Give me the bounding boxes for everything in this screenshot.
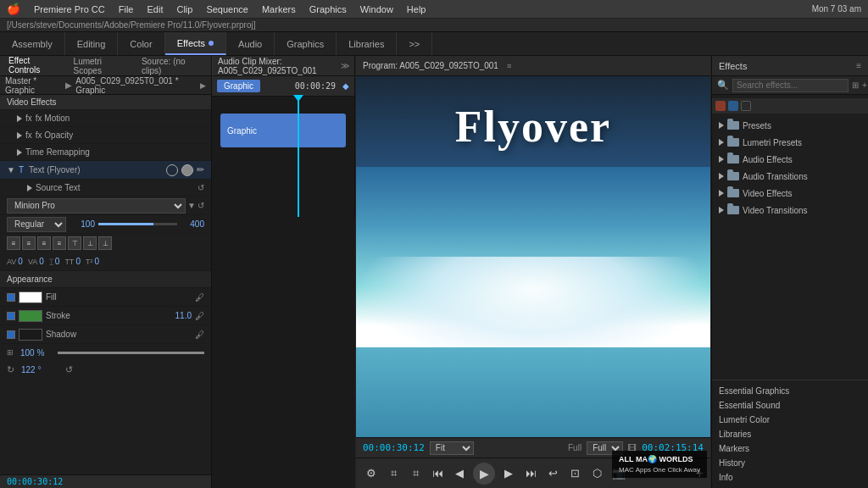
monitor-btn-export[interactable]: ⬡	[588, 465, 605, 482]
fill-checkbox[interactable]	[7, 293, 15, 302]
tracking-value[interactable]: 400	[181, 219, 204, 229]
monitor-btn-loop[interactable]: ↩	[544, 465, 561, 482]
tab-color[interactable]: Color	[118, 32, 164, 55]
menu-premiere[interactable]: Premiere Pro CC	[29, 3, 110, 16]
menu-window[interactable]: Window	[355, 3, 398, 16]
align-bottom-btn[interactable]: ⊥	[98, 236, 112, 250]
shadow-color-swatch[interactable]	[19, 329, 42, 341]
color-dot-blue[interactable]	[728, 101, 738, 111]
align-justify-btn[interactable]: ≡	[53, 236, 66, 250]
shadow-checkbox[interactable]	[7, 330, 15, 339]
fill-row: Fill 🖋	[0, 288, 211, 307]
effect-cat-audio-effects[interactable]: Audio Effects	[712, 151, 868, 168]
font-size-slider[interactable]	[98, 223, 177, 225]
menu-help[interactable]: Help	[402, 3, 431, 16]
panel-header-left: Effect Controls Lumetri Scopes Source: (…	[0, 56, 211, 76]
tab-more[interactable]: >>	[397, 32, 432, 55]
font-style-select[interactable]: Regular	[7, 217, 66, 232]
color-dot-red[interactable]	[715, 101, 726, 111]
tab-lumetri[interactable]: Lumetri Scopes	[70, 55, 131, 77]
color-dot-black[interactable]	[741, 101, 751, 111]
effects-tab-indicator	[209, 41, 214, 46]
shadow-eyedropper[interactable]: 🖋	[195, 330, 204, 340]
menu-clip[interactable]: Clip	[171, 3, 198, 16]
font-reset[interactable]: ↺	[198, 201, 204, 210]
tab-effect-controls[interactable]: Effect Controls	[5, 54, 64, 77]
fx-time-remapping-row[interactable]: Time Remapping	[0, 144, 211, 161]
menu-markers[interactable]: Markers	[257, 3, 301, 16]
tab-source[interactable]: Source: (no clips)	[138, 55, 206, 77]
align-vcenter-btn[interactable]: ⊥	[83, 236, 97, 250]
tab-editing[interactable]: Editing	[65, 32, 119, 55]
scale-slider[interactable]	[58, 352, 204, 354]
monitor-btn-mark-out[interactable]: ⌗	[407, 465, 424, 482]
align-right-btn[interactable]: ≡	[37, 236, 51, 250]
essential-graphics-item[interactable]: Essential Graphics	[719, 384, 861, 398]
monitor-btn-fwd-frame[interactable]: ▶	[500, 465, 517, 482]
tab-libraries[interactable]: Libraries	[337, 32, 397, 55]
reset-rotation-icon[interactable]: ↺	[65, 364, 73, 375]
effect-cat-video-effects[interactable]: Video Effects	[712, 185, 868, 202]
path-bar: [/Users/steve/Documents/Adobe/Premiere P…	[0, 19, 868, 32]
playhead-marker	[293, 95, 303, 102]
monitor-btn-step-back[interactable]: ⏮	[429, 465, 446, 482]
info-item[interactable]: Info	[719, 470, 861, 485]
fit-selector[interactable]: Fit 25% 50% 100%	[430, 441, 474, 455]
effect-cat-video-transitions[interactable]: Video Transitions	[712, 202, 868, 219]
fx-motion-row[interactable]: fx fx Motion	[0, 110, 211, 127]
fill-color-swatch[interactable]	[19, 291, 42, 303]
effects-menu-icon[interactable]: ≡	[856, 61, 861, 70]
graphic-panel-header: Graphic 00:00:29 ◆	[212, 76, 354, 97]
menu-time: Mon 7 03 am	[812, 4, 861, 14]
source-text-row[interactable]: Source Text ↺	[0, 180, 211, 197]
align-left-btn[interactable]: ≡	[7, 236, 20, 250]
audio-mixer-expand[interactable]: ≫	[341, 61, 349, 70]
pen-icon[interactable]: ✏	[197, 164, 204, 176]
effects-panel: Effects ≡ 🔍 ⊞ + Presets Lumetri Prese	[711, 56, 868, 488]
font-name-select[interactable]: Minion Pro	[7, 198, 186, 214]
text-flyover-row[interactable]: ▼ T Text (Flyover) ✏	[0, 161, 211, 180]
essential-sound-item[interactable]: Essential Sound	[719, 398, 861, 413]
font-size-value[interactable]: 100	[71, 219, 95, 229]
menu-graphics[interactable]: Graphics	[304, 3, 352, 16]
align-top-btn[interactable]: ⊤	[68, 236, 81, 250]
tab-assembly[interactable]: Assembly	[0, 32, 65, 55]
graphic-track-area[interactable]: Graphic	[212, 97, 354, 217]
stroke-eyedropper[interactable]: 🖋	[195, 311, 204, 321]
fx-opacity-row[interactable]: fx fx Opacity	[0, 127, 211, 144]
rotation-value[interactable]: 122 °	[21, 365, 52, 374]
scale-value[interactable]: 100 %	[20, 348, 51, 358]
apple-menu[interactable]: 🍎	[7, 3, 20, 15]
monitor-btn-safe[interactable]: ⊡	[566, 465, 583, 482]
effects-new-icon[interactable]: +	[862, 80, 867, 90]
graphic-clip-bar[interactable]: Graphic	[220, 114, 346, 147]
monitor-btn-settings[interactable]: ⚙	[363, 465, 380, 482]
libraries-item[interactable]: Libraries	[719, 427, 861, 441]
stroke-color-swatch[interactable]	[19, 310, 42, 322]
tab-graphics[interactable]: Graphics	[275, 32, 337, 55]
effect-cat-presets[interactable]: Presets	[712, 117, 868, 134]
lumetri-color-item[interactable]: Lumetri Color	[719, 413, 861, 427]
menu-edit[interactable]: Edit	[142, 3, 168, 16]
monitor-btn-mark-in[interactable]: ⌗	[385, 465, 402, 482]
menu-sequence[interactable]: Sequence	[201, 3, 253, 16]
effect-cat-audio-transitions[interactable]: Audio Transitions	[712, 168, 868, 185]
fill-eyedropper[interactable]: 🖋	[195, 292, 204, 302]
tab-audio[interactable]: Audio	[226, 32, 275, 55]
monitor-btn-back-frame[interactable]: ◀	[451, 465, 468, 482]
markers-item[interactable]: Markers	[719, 441, 861, 456]
tab-effects[interactable]: Effects	[165, 32, 226, 55]
effects-search-options[interactable]: ⊞	[852, 80, 859, 90]
effect-cat-lumetri-presets[interactable]: Lumetri Presets	[712, 134, 868, 151]
playhead-indicator: ◆	[342, 81, 349, 91]
menu-file[interactable]: File	[114, 3, 139, 16]
align-row: ≡ ≡ ≡ ≡ ⊤ ⊥ ⊥	[0, 234, 211, 252]
history-item[interactable]: History	[719, 456, 861, 470]
align-center-btn[interactable]: ≡	[22, 236, 36, 250]
effects-search-input[interactable]	[732, 79, 849, 92]
monitor-btn-play[interactable]: ▶	[473, 463, 495, 485]
monitor-btn-step-fwd[interactable]: ⏭	[522, 465, 539, 482]
stroke-checkbox[interactable]	[7, 312, 15, 320]
font-expand[interactable]: ▼	[186, 201, 198, 210]
reset-icon[interactable]: ↺	[198, 183, 204, 192]
